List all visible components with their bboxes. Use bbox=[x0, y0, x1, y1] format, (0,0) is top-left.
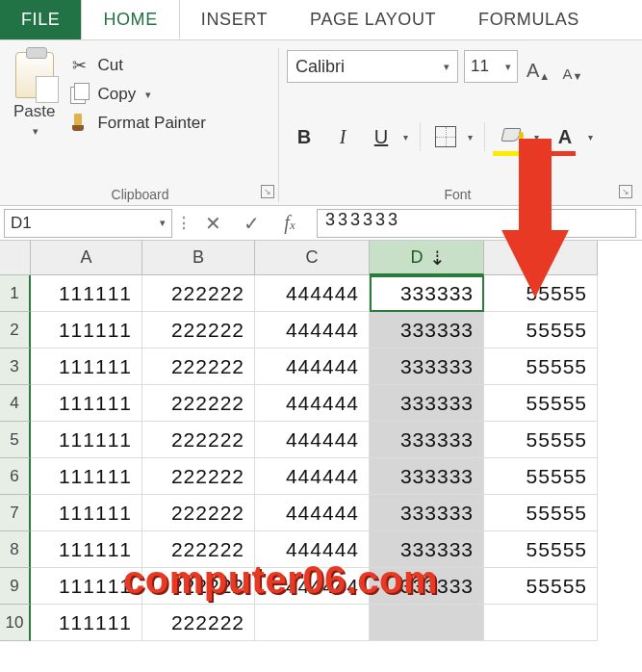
cell-A5[interactable]: 111111 bbox=[31, 422, 142, 458]
cell-D8[interactable]: 333333 bbox=[370, 531, 484, 568]
cell-B4[interactable]: 222222 bbox=[142, 385, 255, 422]
chevron-down-icon[interactable]: ▾ bbox=[145, 89, 151, 101]
tab-formulas[interactable]: FORMULAS bbox=[457, 0, 601, 39]
cell-B9[interactable]: 222222 bbox=[142, 568, 255, 605]
cell-E6[interactable]: 55555 bbox=[484, 458, 598, 495]
cell-A9[interactable]: 111111 bbox=[31, 568, 142, 605]
borders-dropdown[interactable]: ▾ bbox=[463, 119, 476, 154]
copy-button[interactable]: Copy ▾ bbox=[64, 83, 209, 106]
row-header-9[interactable]: 9 bbox=[0, 568, 31, 605]
cell-A10[interactable]: 111111 bbox=[31, 605, 142, 641]
cell-A8[interactable]: 111111 bbox=[31, 531, 142, 568]
tab-file[interactable]: FILE bbox=[0, 0, 81, 39]
row-header-6[interactable]: 6 bbox=[0, 458, 31, 495]
cell-C8[interactable]: 444444 bbox=[255, 531, 370, 568]
fill-color-dropdown[interactable]: ▾ bbox=[529, 119, 543, 154]
font-size-select[interactable]: 11 ▾ bbox=[464, 50, 518, 83]
tab-page-layout[interactable]: PAGE LAYOUT bbox=[289, 0, 457, 39]
format-painter-button[interactable]: Format Painter bbox=[64, 112, 209, 135]
enter-formula-button[interactable]: ✓ bbox=[234, 209, 269, 238]
fill-color-button[interactable] bbox=[493, 119, 529, 154]
cell-A7[interactable]: 111111 bbox=[31, 495, 142, 531]
format-painter-label: Format Painter bbox=[97, 114, 205, 133]
row-header-1[interactable]: 1 bbox=[0, 275, 31, 312]
cell-C6[interactable]: 444444 bbox=[255, 458, 370, 495]
cell-D10[interactable] bbox=[370, 605, 484, 641]
cell-E9[interactable]: 55555 bbox=[484, 568, 598, 605]
cell-C5[interactable]: 444444 bbox=[255, 422, 370, 458]
cell-B6[interactable]: 222222 bbox=[142, 458, 255, 495]
row-header-3[interactable]: 3 bbox=[0, 349, 31, 385]
cell-E3[interactable]: 55555 bbox=[484, 349, 598, 385]
tab-insert[interactable]: INSERT bbox=[180, 0, 289, 39]
decrease-font-button[interactable]: A▼ bbox=[558, 51, 587, 82]
row-header-4[interactable]: 4 bbox=[0, 385, 31, 422]
cell-B7[interactable]: 222222 bbox=[142, 495, 255, 531]
chevron-down-icon[interactable]: ▾ bbox=[160, 217, 166, 229]
font-color-dropdown[interactable]: ▾ bbox=[583, 119, 597, 154]
cell-E7[interactable]: 55555 bbox=[484, 495, 598, 531]
cell-C10[interactable] bbox=[255, 605, 370, 641]
cell-D2[interactable]: 333333 bbox=[370, 312, 484, 349]
group-label-clipboard: Clipboard bbox=[10, 181, 270, 202]
cell-D1[interactable]: 333333 bbox=[370, 275, 484, 312]
paste-button[interactable]: Paste ▾ bbox=[10, 50, 59, 140]
cut-button[interactable]: Cut bbox=[64, 54, 209, 77]
cell-C3[interactable]: 444444 bbox=[255, 349, 370, 385]
row-header-8[interactable]: 8 bbox=[0, 531, 31, 568]
clipboard-dialog-launcher[interactable]: ↘ bbox=[261, 185, 274, 198]
formula-input[interactable]: 333333 bbox=[317, 209, 636, 238]
cell-B1[interactable]: 222222 bbox=[142, 275, 255, 312]
cancel-formula-button[interactable]: ✕ bbox=[195, 209, 230, 238]
cell-E2[interactable]: 55555 bbox=[484, 312, 598, 349]
cell-C2[interactable]: 444444 bbox=[255, 312, 370, 349]
cell-E5[interactable]: 55555 bbox=[484, 422, 598, 458]
underline-dropdown[interactable]: ▾ bbox=[398, 119, 412, 154]
increase-font-button[interactable]: A▲ bbox=[524, 51, 552, 82]
cell-D9[interactable]: 333333 bbox=[370, 568, 484, 605]
cell-B8[interactable]: 222222 bbox=[142, 531, 255, 568]
cell-B5[interactable]: 222222 bbox=[142, 422, 255, 458]
cell-A4[interactable]: 111111 bbox=[31, 385, 142, 422]
cell-C1[interactable]: 444444 bbox=[255, 275, 370, 312]
column-header-E[interactable]: E bbox=[484, 241, 598, 275]
row-header-7[interactable]: 7 bbox=[0, 495, 31, 531]
select-all-corner[interactable] bbox=[0, 241, 31, 275]
row-header-5[interactable]: 5 bbox=[0, 422, 31, 458]
cell-E4[interactable]: 55555 bbox=[484, 385, 598, 422]
cell-C9[interactable]: 444444 bbox=[255, 568, 370, 605]
column-header-A[interactable]: A bbox=[31, 241, 142, 275]
row-header-2[interactable]: 2 bbox=[0, 312, 31, 349]
cell-C7[interactable]: 444444 bbox=[255, 495, 370, 531]
column-header-C[interactable]: C bbox=[255, 241, 370, 275]
cell-B10[interactable]: 222222 bbox=[142, 605, 255, 641]
column-header-B[interactable]: B bbox=[142, 241, 255, 275]
insert-function-button[interactable]: fx bbox=[272, 209, 307, 238]
cell-D3[interactable]: 333333 bbox=[370, 349, 484, 385]
column-header-D[interactable]: D bbox=[370, 241, 484, 275]
cell-A3[interactable]: 111111 bbox=[31, 349, 142, 385]
tab-home[interactable]: HOME bbox=[81, 0, 179, 39]
cell-B3[interactable]: 222222 bbox=[142, 349, 255, 385]
font-color-button[interactable]: A bbox=[547, 119, 583, 154]
cell-D7[interactable]: 333333 bbox=[370, 495, 484, 531]
cell-A6[interactable]: 111111 bbox=[31, 458, 142, 495]
cell-E1[interactable]: 55555 bbox=[484, 275, 598, 312]
row-header-10[interactable]: 10 bbox=[0, 605, 31, 641]
cell-D6[interactable]: 333333 bbox=[370, 458, 484, 495]
cell-E8[interactable]: 55555 bbox=[484, 531, 598, 568]
bold-button[interactable]: B bbox=[287, 119, 321, 154]
font-name-select[interactable]: Calibri ▾ bbox=[287, 50, 458, 83]
cell-E10[interactable] bbox=[484, 605, 598, 641]
cell-C4[interactable]: 444444 bbox=[255, 385, 370, 422]
italic-button[interactable]: I bbox=[325, 119, 360, 154]
borders-button[interactable] bbox=[428, 119, 463, 154]
cell-A2[interactable]: 111111 bbox=[31, 312, 142, 349]
font-dialog-launcher[interactable]: ↘ bbox=[619, 185, 632, 198]
cell-B2[interactable]: 222222 bbox=[142, 312, 255, 349]
name-box[interactable]: D1 ▾ bbox=[4, 209, 172, 238]
cell-D5[interactable]: 333333 bbox=[370, 422, 484, 458]
underline-button[interactable]: U bbox=[364, 119, 398, 154]
cell-D4[interactable]: 333333 bbox=[370, 385, 484, 422]
cell-A1[interactable]: 111111 bbox=[31, 275, 142, 312]
